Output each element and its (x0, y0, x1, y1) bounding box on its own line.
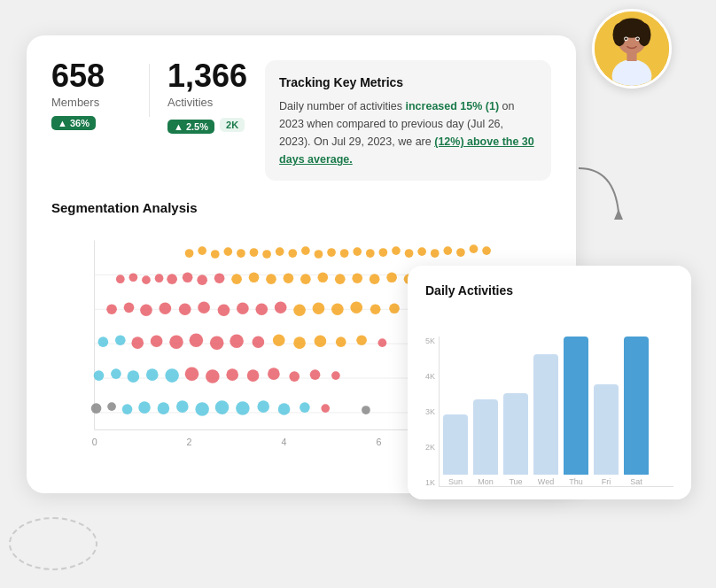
bar-fri (594, 384, 619, 475)
segmentation-title: Segmentation Analysis (51, 200, 551, 215)
activities-label: Activities (167, 96, 247, 109)
bar-label-thu: Thu (569, 477, 583, 486)
daily-activities-card: Daily Activities 5K 4K 3K 2K 1K Sun Mon (408, 266, 691, 499)
bar-label-fri: Fri (602, 477, 611, 486)
svg-point-30 (262, 251, 271, 259)
svg-point-53 (183, 273, 193, 283)
svg-point-56 (231, 275, 242, 285)
svg-point-79 (275, 302, 287, 314)
svg-point-35 (327, 249, 336, 258)
svg-point-76 (218, 305, 230, 317)
svg-text:4: 4 (282, 437, 287, 447)
svg-point-126 (300, 403, 310, 414)
svg-point-80 (293, 305, 306, 317)
svg-text:2: 2 (187, 437, 192, 447)
svg-point-73 (160, 303, 172, 315)
svg-point-100 (356, 336, 367, 346)
tracking-title: Tracking Key Metrics (279, 73, 537, 92)
svg-point-4 (638, 23, 651, 46)
svg-point-96 (273, 335, 285, 347)
svg-text:0: 0 (92, 437, 97, 447)
svg-point-89 (131, 337, 144, 350)
svg-point-98 (315, 336, 327, 348)
svg-point-58 (266, 275, 276, 285)
svg-point-25 (198, 247, 206, 256)
svg-point-54 (197, 275, 207, 286)
svg-point-74 (179, 304, 191, 316)
divider (149, 64, 150, 117)
activities-badge2: 2K (220, 118, 245, 132)
svg-point-37 (353, 248, 362, 257)
bar-group-sun: Sun (443, 337, 468, 486)
bar-label-sat: Sat (630, 477, 642, 486)
svg-point-110 (247, 370, 260, 383)
svg-point-119 (158, 403, 170, 415)
svg-point-59 (284, 274, 294, 284)
svg-point-106 (165, 369, 179, 383)
svg-point-93 (210, 337, 224, 351)
svg-point-24 (185, 250, 194, 259)
bar-group-thu: Thu (564, 337, 588, 486)
svg-point-72 (140, 305, 152, 317)
svg-point-52 (167, 275, 177, 285)
svg-point-64 (370, 275, 380, 285)
y-label-1k: 1K (425, 478, 435, 487)
svg-point-27 (223, 248, 232, 257)
svg-point-102 (94, 371, 105, 382)
tracking-highlight1: increased 15% (1) (406, 100, 500, 112)
members-metric: 658 Members ▲ 36% (51, 60, 131, 130)
bar-chart: Sun Mon Tue Wed Thu (439, 337, 673, 487)
svg-point-101 (378, 339, 387, 348)
svg-point-122 (215, 401, 230, 415)
y-label-2k: 2K (425, 443, 435, 452)
bar-group-wed: Wed (533, 337, 558, 486)
svg-point-62 (335, 275, 346, 285)
svg-point-91 (169, 336, 183, 350)
svg-point-97 (293, 337, 306, 350)
svg-point-108 (206, 370, 220, 384)
bar-tue (503, 393, 528, 475)
members-label: Members (51, 96, 131, 109)
svg-point-116 (107, 403, 116, 412)
svg-point-47 (482, 247, 491, 256)
svg-point-36 (340, 250, 349, 259)
svg-point-118 (138, 402, 151, 414)
svg-point-120 (176, 401, 189, 414)
svg-point-124 (257, 401, 269, 414)
svg-point-39 (379, 249, 388, 258)
activities-value: 1,366 (167, 60, 247, 92)
svg-point-78 (255, 304, 268, 316)
svg-point-103 (111, 369, 121, 380)
svg-point-75 (198, 302, 210, 314)
svg-point-111 (268, 368, 280, 381)
bar-group-sat: Sat (624, 337, 649, 486)
bar-thu (564, 337, 588, 475)
svg-point-88 (115, 336, 126, 346)
svg-point-57 (249, 273, 260, 283)
svg-point-61 (317, 273, 328, 283)
svg-point-112 (289, 372, 300, 383)
svg-point-95 (253, 337, 265, 349)
activities-badges: ▲ 2.5% 2K (167, 116, 247, 134)
svg-point-104 (128, 371, 140, 383)
y-label-3k: 3K (425, 407, 435, 416)
svg-point-87 (98, 337, 109, 348)
svg-point-123 (236, 402, 250, 416)
svg-point-128 (362, 406, 370, 415)
svg-point-71 (124, 303, 135, 313)
svg-point-46 (470, 245, 479, 254)
svg-point-82 (331, 304, 344, 316)
svg-point-109 (226, 369, 238, 382)
tracking-box: Tracking Key Metrics Daily number of act… (265, 60, 551, 181)
svg-point-114 (331, 372, 340, 381)
svg-point-83 (350, 302, 362, 314)
decorative-circle (9, 517, 97, 570)
svg-rect-6 (626, 51, 636, 61)
svg-point-107 (185, 368, 199, 382)
svg-point-117 (122, 405, 133, 415)
bar-group-mon: Mon (473, 337, 498, 486)
svg-point-55 (214, 274, 225, 284)
chart-container: 5K 4K 3K 2K 1K Sun Mon Tue (425, 310, 673, 487)
tracking-text: Daily number of activities increased 15%… (279, 97, 537, 168)
svg-point-99 (336, 337, 346, 348)
